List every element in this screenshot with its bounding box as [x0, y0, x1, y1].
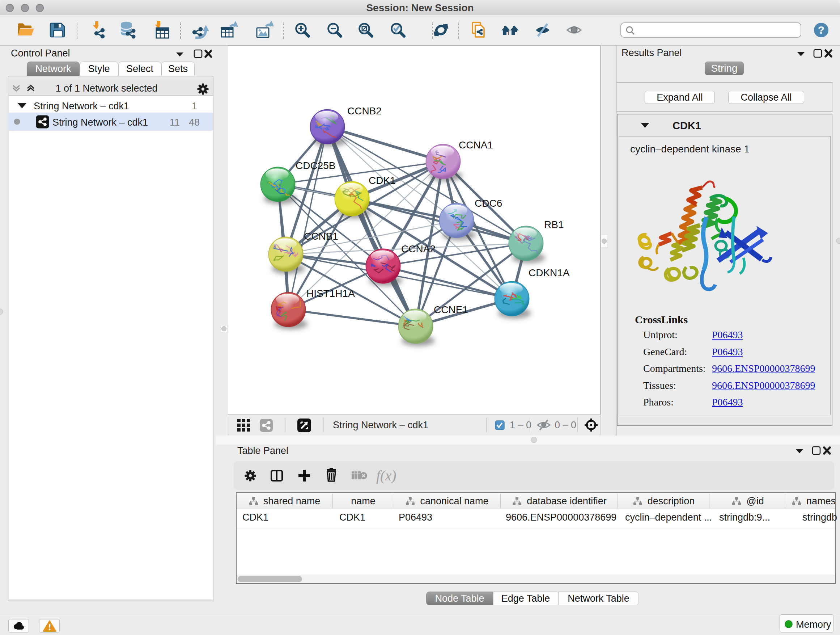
svg-text:CDK1: CDK1	[369, 175, 396, 186]
svg-text:CCNE1: CCNE1	[434, 304, 468, 315]
svg-text:CCNA1: CCNA1	[459, 139, 493, 150]
svg-text:CCNA2: CCNA2	[401, 243, 436, 255]
svg-text:CDKN1A: CDKN1A	[529, 267, 570, 279]
svg-text:CCNB1: CCNB1	[304, 231, 338, 242]
svg-text:?: ?	[818, 24, 824, 36]
svg-text:RB1: RB1	[544, 219, 564, 230]
svg-text:HIST1H1A: HIST1H1A	[306, 288, 355, 299]
svg-text:CDC6: CDC6	[475, 198, 502, 209]
svg-text:CCNB2: CCNB2	[347, 105, 382, 117]
svg-text:CDC25B: CDC25B	[295, 160, 335, 171]
